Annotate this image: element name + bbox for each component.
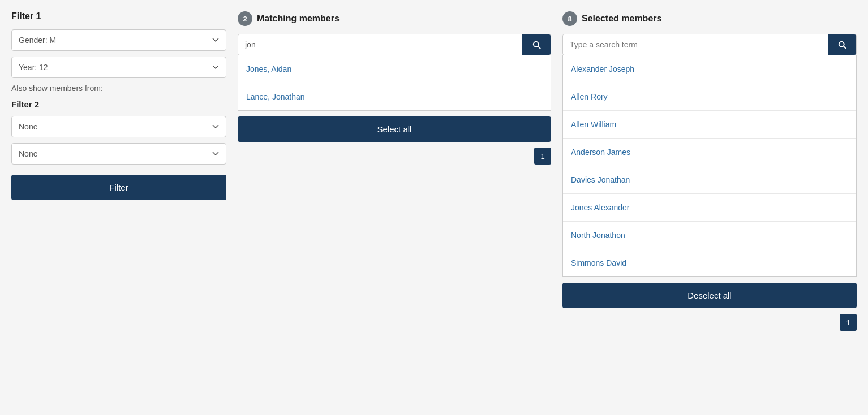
selected-members-list: Alexander JosephAllen RoryAllen WilliamA… bbox=[562, 55, 857, 277]
matching-list-item[interactable]: Lance, Jonathan bbox=[238, 83, 551, 110]
filter2-select-2[interactable]: None bbox=[11, 143, 226, 165]
gender-select[interactable]: Gender: M bbox=[11, 29, 226, 51]
filter-panel: Filter 1 Gender: M Year: 12 Also show me… bbox=[11, 11, 226, 404]
selected-badge: 8 bbox=[562, 11, 577, 26]
selected-search-input[interactable] bbox=[563, 34, 828, 55]
matching-search-row bbox=[238, 34, 551, 55]
filter1-title: Filter 1 bbox=[11, 11, 226, 21]
selected-list-item[interactable]: Jones Alexander bbox=[563, 194, 856, 222]
selected-title: Selected members bbox=[582, 14, 661, 24]
matching-search-input[interactable] bbox=[238, 34, 522, 55]
deselect-all-button[interactable]: Deselect all bbox=[562, 283, 857, 308]
matching-search-button[interactable] bbox=[522, 34, 551, 55]
selected-list-item[interactable]: Anderson James bbox=[563, 139, 856, 166]
matching-header: 2 Matching members bbox=[238, 11, 551, 26]
matching-page-number[interactable]: 1 bbox=[534, 148, 551, 165]
matching-panel: 2 Matching members Jones, AidanLance, Jo… bbox=[238, 11, 551, 404]
selected-list-item[interactable]: North Jonathon bbox=[563, 222, 856, 249]
selected-page-number[interactable]: 1 bbox=[840, 314, 857, 331]
selected-list-item[interactable]: Simmons David bbox=[563, 249, 856, 276]
year-select[interactable]: Year: 12 bbox=[11, 57, 226, 78]
matching-members-list: Jones, AidanLance, Jonathan bbox=[238, 55, 551, 111]
selected-header: 8 Selected members bbox=[562, 11, 857, 26]
selected-list-item[interactable]: Davies Jonathan bbox=[563, 166, 856, 194]
filter2-title: Filter 2 bbox=[11, 100, 226, 109]
filter-button[interactable]: Filter bbox=[11, 175, 226, 200]
selected-list-item[interactable]: Alexander Joseph bbox=[563, 55, 856, 83]
selected-search-icon bbox=[837, 40, 847, 50]
selected-panel: 8 Selected members Alexander JosephAllen… bbox=[562, 11, 857, 404]
matching-title: Matching members bbox=[257, 14, 340, 24]
selected-list-item[interactable]: Allen Rory bbox=[563, 83, 856, 111]
selected-list-item[interactable]: Allen William bbox=[563, 111, 856, 139]
matching-bottom: 1 bbox=[238, 148, 551, 165]
filter2-select-1[interactable]: None bbox=[11, 116, 226, 137]
select-all-button[interactable]: Select all bbox=[238, 116, 551, 142]
selected-search-row bbox=[562, 34, 857, 55]
matching-list-item[interactable]: Jones, Aidan bbox=[238, 55, 551, 83]
matching-badge: 2 bbox=[238, 11, 252, 26]
selected-search-button[interactable] bbox=[828, 34, 856, 55]
also-show-label: Also show members from: bbox=[11, 84, 226, 93]
matching-search-icon bbox=[531, 40, 542, 50]
selected-bottom: 1 bbox=[562, 314, 857, 331]
